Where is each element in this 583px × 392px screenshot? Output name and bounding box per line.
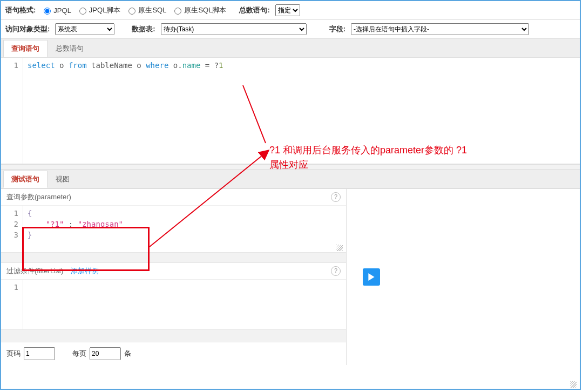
left-column: 查询参数(parameter) ? 123 { "?1" : "zhangsan… <box>1 189 347 365</box>
param-body[interactable]: { "?1" : "zhangsan"} <box>23 206 346 252</box>
run-button[interactable] <box>363 268 380 286</box>
object-row: 访问对象类型: 系统表 数据表: 待办(Task) 字段: -选择后在语句中插入… <box>1 20 580 39</box>
add-example-link[interactable]: 添加样例 <box>71 267 99 275</box>
sql-body[interactable]: select o from tableName o where o.name =… <box>23 58 580 164</box>
param-section-title: 查询参数(parameter) <box>6 192 71 202</box>
param-section-header: 查询参数(parameter) ? <box>1 189 346 206</box>
filter-editor[interactable]: 1 <box>1 280 346 329</box>
play-icon <box>368 273 375 281</box>
page-label: 页码 <box>6 349 21 359</box>
format-row: 语句格式: JPQL JPQL脚本 原生SQL 原生SQL脚本 总数语句: 指定 <box>1 1 580 20</box>
mid-tabs: 测试语句 视图 <box>1 170 580 188</box>
format-radio-group: JPQL JPQL脚本 原生SQL 原生SQL脚本 <box>41 5 226 15</box>
filter-section-title-wrap: 过滤条件(filterList) 添加样例 <box>6 266 99 276</box>
object-type-label: 访问对象类型: <box>5 24 52 34</box>
pagination-row: 页码 每页 条 <box>1 342 346 365</box>
field-select[interactable]: -选择后在语句中插入字段- <box>351 23 529 35</box>
right-column <box>347 189 580 365</box>
page-input[interactable] <box>24 347 55 360</box>
tab-query-statement[interactable]: 查询语句 <box>3 40 48 57</box>
lower-split: 查询参数(parameter) ? 123 { "?1" : "zhangsan… <box>1 188 580 365</box>
data-table-select[interactable]: 待办(Task) <box>161 23 307 35</box>
object-type-select[interactable]: 系统表 <box>55 23 114 35</box>
svg-marker-0 <box>368 273 374 281</box>
filter-gutter: 1 <box>1 280 23 329</box>
perpage-input[interactable] <box>90 347 121 360</box>
radio-jpql[interactable]: JPQL <box>41 6 71 15</box>
format-label: 语句格式: <box>5 5 38 15</box>
tab-total-statement[interactable]: 总数语句 <box>48 40 92 57</box>
radio-native-sql-script[interactable]: 原生SQL脚本 <box>172 5 226 15</box>
data-table-label: 数据表: <box>132 24 157 34</box>
filter-section-header: 过滤条件(filterList) 添加样例 ? <box>1 263 346 280</box>
tab-test-statement[interactable]: 测试语句 <box>3 171 48 188</box>
filter-section-title: 过滤条件(filterList) <box>6 267 63 275</box>
resize-handle[interactable] <box>570 381 577 388</box>
sql-editor[interactable]: 1 select o from tableName o where o.name… <box>1 58 580 164</box>
param-editor[interactable]: 123 { "?1" : "zhangsan"} <box>1 206 346 252</box>
section-separator <box>1 252 346 263</box>
top-tabs: 查询语句 总数语句 <box>1 39 580 58</box>
unit-label: 条 <box>124 349 131 359</box>
perpage-label: 每页 <box>72 349 86 359</box>
total-select[interactable]: 指定 <box>275 4 300 16</box>
help-icon[interactable]: ? <box>331 266 341 276</box>
filter-body[interactable] <box>23 280 346 329</box>
resize-handle[interactable] <box>336 245 343 251</box>
help-icon[interactable]: ? <box>331 192 341 202</box>
sql-gutter: 1 <box>1 58 23 164</box>
radio-jpql-script[interactable]: JPQL脚本 <box>77 5 121 15</box>
middle-separator <box>1 164 580 170</box>
tab-view[interactable]: 视图 <box>48 171 78 188</box>
radio-native-sql[interactable]: 原生SQL <box>126 5 166 15</box>
spacer <box>1 329 346 342</box>
field-label: 字段: <box>329 24 348 34</box>
param-gutter: 123 <box>1 206 23 252</box>
total-label: 总数语句: <box>239 5 272 15</box>
